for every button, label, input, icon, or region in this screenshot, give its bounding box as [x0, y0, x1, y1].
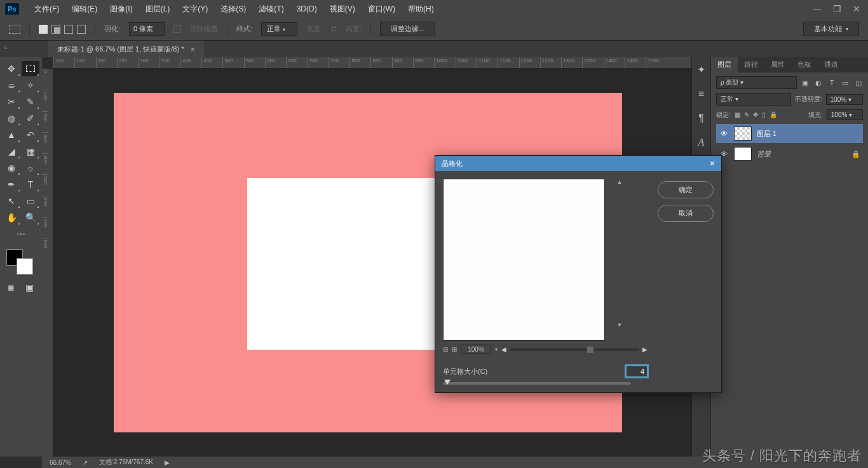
- lock-artboard-icon[interactable]: ▯: [762, 111, 766, 118]
- layer-name: 背景: [757, 149, 771, 159]
- prev-right-icon[interactable]: ▶: [642, 346, 648, 353]
- menu-layer[interactable]: 图层(L): [139, 4, 177, 15]
- lock-all-icon[interactable]: 🔒: [770, 111, 777, 118]
- zoom-level[interactable]: 66.67%: [50, 459, 71, 466]
- menu-edit[interactable]: 编辑(E): [65, 4, 104, 15]
- zoom-tool[interactable]: 🔍: [22, 210, 39, 225]
- disclosure-icon[interactable]: ▶: [165, 459, 170, 466]
- cancel-button[interactable]: 取消: [658, 205, 714, 222]
- zoom-in-icon[interactable]: ⊞: [452, 346, 457, 353]
- blend-mode-select[interactable]: 正常 ▾: [716, 93, 791, 106]
- style-select[interactable]: 正常 ▾: [261, 22, 297, 36]
- layer-thumbnail[interactable]: [734, 127, 752, 141]
- fill-label: 填充:: [808, 111, 823, 120]
- path-select-tool[interactable]: ↖: [3, 193, 20, 209]
- history-brush-tool[interactable]: ↶: [22, 127, 39, 142]
- panel-icon-2[interactable]: ≡: [698, 88, 704, 100]
- cell-size-slider[interactable]: [443, 382, 631, 385]
- window-controls: — ❐ ✕: [813, 4, 863, 14]
- visibility-icon[interactable]: 👁: [719, 130, 729, 137]
- minimize-button[interactable]: —: [813, 4, 822, 14]
- marquee-type-icon[interactable]: [9, 25, 20, 34]
- move-tool[interactable]: ✥: [3, 61, 20, 76]
- preview-scroll[interactable]: [510, 348, 639, 351]
- fill-input[interactable]: 100% ▾: [827, 109, 863, 120]
- menu-window[interactable]: 窗口(W): [362, 4, 402, 15]
- preview-area[interactable]: [443, 179, 605, 341]
- more-tool[interactable]: ⋯: [3, 226, 39, 242]
- tab-swatches[interactable]: 色板: [791, 57, 818, 72]
- stamp-tool[interactable]: ▲: [3, 127, 20, 142]
- filter-smart-icon[interactable]: ◫: [854, 78, 863, 87]
- menu-file[interactable]: 文件(F): [28, 4, 65, 15]
- filter-shape-icon[interactable]: ▭: [841, 78, 850, 87]
- panel-icon-4[interactable]: A: [698, 137, 705, 148]
- maximize-button[interactable]: ❐: [833, 4, 841, 14]
- cell-size-input[interactable]: [626, 366, 648, 377]
- selection-mode-icons[interactable]: [39, 25, 86, 34]
- marquee-tool[interactable]: [22, 61, 39, 76]
- feather-input[interactable]: 0 像素: [129, 22, 165, 36]
- workspace-select[interactable]: 基本功能 ▾: [803, 22, 859, 36]
- healing-tool[interactable]: ◍: [3, 111, 20, 126]
- filter-adjust-icon[interactable]: ◐: [814, 78, 823, 87]
- type-tool[interactable]: T: [22, 177, 39, 192]
- blur-tool[interactable]: ◉: [3, 160, 20, 176]
- collapse-left-icon[interactable]: «: [4, 44, 8, 51]
- export-icon[interactable]: ↗: [83, 459, 88, 466]
- tab-channels[interactable]: 通道: [818, 57, 844, 72]
- eraser-tool[interactable]: ◢: [3, 144, 20, 159]
- menu-3d[interactable]: 3D(D): [290, 4, 323, 13]
- close-button[interactable]: ✕: [853, 4, 860, 14]
- lock-move-icon[interactable]: ✥: [753, 111, 758, 118]
- panel-icon-1[interactable]: ✦: [697, 64, 705, 76]
- layer-row-1[interactable]: 👁 图层 1: [716, 124, 863, 143]
- menu-view[interactable]: 视图(V): [323, 4, 362, 15]
- zoom-out-icon[interactable]: ⊟: [443, 346, 448, 353]
- filter-image-icon[interactable]: ▣: [801, 78, 810, 87]
- tab-properties[interactable]: 属性: [764, 57, 791, 72]
- ok-button[interactable]: 确定: [658, 181, 714, 198]
- lock-icon: 🔒: [851, 150, 860, 158]
- tab-close-icon[interactable]: ×: [190, 45, 195, 54]
- gradient-tool[interactable]: ▦: [22, 144, 39, 159]
- opacity-input[interactable]: 100% ▾: [826, 94, 863, 105]
- hand-tool[interactable]: ✋: [3, 210, 20, 225]
- shape-tool[interactable]: ▭: [22, 193, 39, 209]
- screenmode-tool[interactable]: ▣: [25, 280, 34, 295]
- quickmask-tool[interactable]: ◙: [8, 280, 13, 295]
- crop-tool[interactable]: ✂: [3, 94, 20, 109]
- menu-filter[interactable]: 滤镜(T): [252, 4, 290, 15]
- dialog-close-icon[interactable]: ×: [710, 158, 715, 169]
- zoom-value[interactable]: 100%: [461, 345, 491, 354]
- color-swatch[interactable]: [3, 247, 39, 277]
- document-tab[interactable]: 未标题-1 @ 66.7% (图层 1, 快速蒙版/8) * ×: [48, 41, 204, 57]
- prev-left-icon[interactable]: ◀: [501, 346, 506, 353]
- panel-icon-3[interactable]: ¶: [698, 113, 704, 124]
- lasso-tool[interactable]: ⌯: [3, 78, 20, 93]
- tab-layers[interactable]: 图层: [711, 57, 738, 72]
- eyedropper-tool[interactable]: ✎: [22, 94, 39, 109]
- dialog-titlebar[interactable]: 晶格化 ×: [435, 156, 721, 171]
- doc-info[interactable]: 文档:2.75M/767.6K: [99, 458, 153, 467]
- dodge-tool[interactable]: ☼: [22, 160, 39, 176]
- layer-thumbnail[interactable]: [734, 147, 752, 161]
- magic-wand-tool[interactable]: ✧: [22, 78, 39, 93]
- lock-paint-icon[interactable]: ✎: [744, 111, 749, 118]
- height-label: 高度:: [346, 24, 362, 34]
- menu-type[interactable]: 文字(Y): [176, 4, 214, 15]
- tab-paths[interactable]: 路径: [738, 57, 764, 72]
- menu-image[interactable]: 图像(I): [104, 4, 139, 15]
- lock-pixels-icon[interactable]: ▦: [735, 111, 740, 118]
- brush-tool[interactable]: ✐: [22, 111, 39, 126]
- filter-type-icon[interactable]: T: [827, 78, 836, 87]
- menu-select[interactable]: 选择(S): [214, 4, 252, 15]
- refine-edge-button[interactable]: 调整边缘...: [380, 22, 435, 36]
- background-color[interactable]: [17, 258, 33, 275]
- layer-row-bg[interactable]: 👁 背景 🔒: [716, 144, 863, 163]
- preview-vert-scroll[interactable]: ▲▼: [616, 179, 623, 328]
- menu-help[interactable]: 帮助(H): [402, 4, 440, 15]
- layer-kind-select[interactable]: ρ 类型 ▾: [716, 76, 797, 89]
- pen-tool[interactable]: ✒: [3, 177, 20, 192]
- opacity-label: 不透明度:: [795, 95, 822, 104]
